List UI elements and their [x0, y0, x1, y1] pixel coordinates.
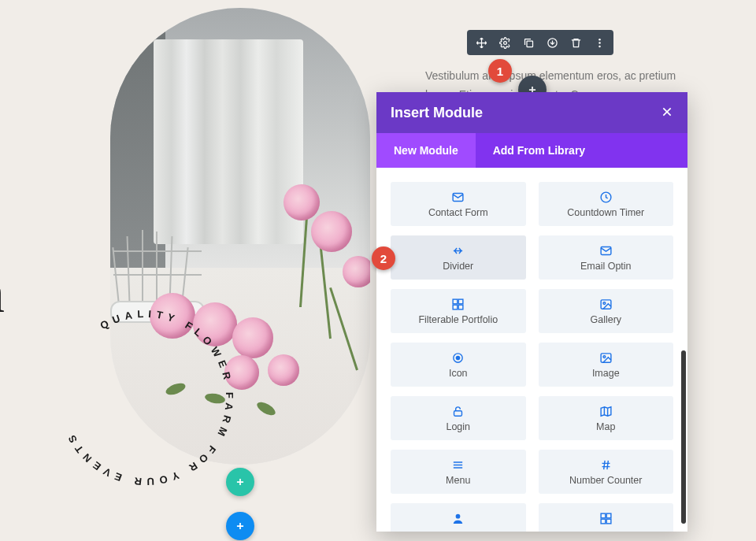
map-icon — [599, 404, 613, 418]
close-icon — [661, 109, 673, 120]
move-icon[interactable] — [473, 35, 489, 50]
svg-rect-22 — [601, 513, 606, 518]
svg-point-19 — [603, 355, 606, 358]
scrollbar-thumb[interactable] — [681, 350, 686, 524]
heading-line-2: in — [0, 248, 5, 339]
svg-point-21 — [456, 513, 461, 518]
module-card-map[interactable]: Map — [539, 396, 674, 440]
divider-icon — [451, 243, 465, 258]
save-icon[interactable] — [544, 35, 560, 50]
svg-rect-20 — [454, 410, 462, 415]
step-annotation-2: 2 — [372, 246, 395, 270]
svg-rect-2 — [527, 41, 533, 47]
hero-image — [110, 8, 370, 465]
close-button[interactable] — [661, 106, 673, 120]
module-card-label: Gallery — [590, 314, 621, 325]
circle-icon — [451, 350, 465, 365]
step-annotation-1: 1 — [488, 59, 512, 83]
module-card-label: Map — [596, 421, 615, 432]
add-row-button[interactable] — [226, 512, 254, 540]
lock-icon — [451, 404, 465, 418]
module-card-filterable-portfolio[interactable]: Filterable Portfolio — [391, 289, 526, 333]
module-card-grid[interactable] — [539, 503, 674, 532]
add-module-button[interactable] — [226, 468, 254, 496]
module-card-menu[interactable]: Menu — [391, 450, 526, 494]
svg-point-6 — [598, 45, 601, 47]
module-card-label: Image — [592, 368, 620, 379]
hash-icon — [599, 458, 613, 472]
module-card-label: Login — [446, 421, 470, 432]
grid-icon — [599, 511, 613, 525]
svg-point-1 — [503, 41, 506, 44]
trash-icon[interactable] — [568, 35, 584, 50]
svg-rect-24 — [601, 519, 606, 524]
svg-point-15 — [603, 302, 606, 304]
tab-new-module[interactable]: New Module — [376, 133, 476, 168]
menu-icon — [451, 458, 465, 472]
module-toolbar — [467, 30, 613, 55]
modal-title: Insert Module — [391, 105, 483, 121]
module-card-label: Number Counter — [569, 475, 642, 486]
svg-point-5 — [598, 42, 601, 44]
module-card-person[interactable] — [391, 503, 526, 532]
duplicate-icon[interactable] — [521, 35, 536, 50]
person-icon — [451, 511, 465, 525]
module-card-label: Icon — [449, 368, 468, 379]
svg-rect-25 — [606, 519, 611, 524]
svg-point-17 — [457, 356, 460, 359]
module-card-gallery[interactable]: Gallery — [539, 289, 674, 333]
module-card-divider[interactable]: Divider — [391, 235, 526, 280]
grid-icon — [451, 297, 465, 311]
svg-rect-13 — [458, 305, 463, 309]
module-card-label: Divider — [443, 261, 473, 272]
svg-rect-10 — [453, 299, 458, 304]
svg-rect-11 — [458, 299, 463, 304]
modal-body: Contact FormCountdown TimerDividerEmail … — [376, 168, 687, 532]
module-card-email-optin[interactable]: Email Optin — [539, 235, 674, 280]
mail-icon — [451, 190, 465, 204]
tab-add-from-library[interactable]: Add From Library — [476, 133, 602, 168]
module-card-number-counter[interactable]: Number Counter — [539, 450, 674, 494]
svg-point-4 — [598, 38, 601, 40]
module-card-label: Countdown Timer — [567, 207, 644, 218]
page-heading-fragment: ir in — [0, 126, 5, 339]
module-card-label: Filterable Portfolio — [418, 314, 498, 325]
insert-module-modal: Insert Module New Module Add From Librar… — [376, 92, 687, 532]
module-card-label: Contact Form — [428, 207, 488, 218]
more-icon[interactable] — [591, 35, 607, 50]
image-icon — [599, 297, 613, 311]
image-icon — [599, 350, 613, 365]
mail-icon — [599, 243, 613, 258]
module-card-countdown-timer[interactable]: Countdown Timer — [539, 182, 674, 226]
module-card-icon[interactable]: Icon — [391, 343, 526, 387]
module-card-label: Email Optin — [580, 261, 632, 272]
clock-icon — [599, 190, 613, 204]
svg-rect-12 — [453, 305, 458, 309]
module-card-contact-form[interactable]: Contact Form — [391, 182, 526, 226]
modal-header: Insert Module — [376, 92, 687, 133]
modal-tabs: New Module Add From Library — [376, 133, 687, 168]
gear-icon[interactable] — [497, 35, 513, 50]
heading-line-1: ir — [0, 126, 5, 217]
module-card-login[interactable]: Login — [391, 396, 526, 440]
module-card-label: Menu — [446, 475, 470, 486]
svg-rect-23 — [606, 513, 611, 518]
module-card-image[interactable]: Image — [539, 343, 674, 387]
